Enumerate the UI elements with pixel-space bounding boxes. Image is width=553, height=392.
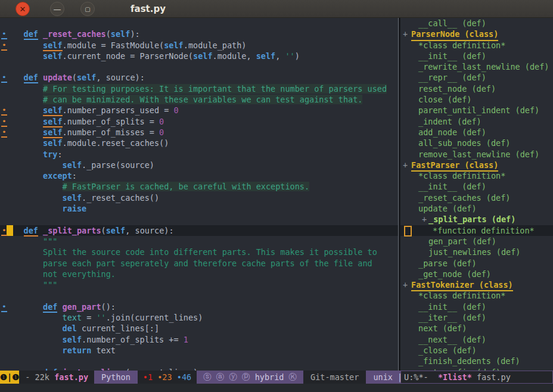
outline-def-item[interactable]: remove_last_newline (def): [400, 149, 553, 160]
token-tx: .number_parsers_used =: [63, 105, 174, 115]
code-text: self.number_of_splits = 0: [4, 116, 164, 127]
code-line[interactable]: [0, 290, 398, 301]
outline-def-item[interactable]: *function definition*: [400, 225, 553, 236]
outline-def-item[interactable]: _finish_dedents (def): [400, 356, 553, 366]
code-line[interactable]: • self.number_of_splits = 0: [0, 116, 398, 127]
code-line[interactable]: self._reset_caches(): [0, 192, 398, 203]
buffer-info[interactable]: - 22k fast.py: [19, 371, 94, 384]
outline-def-item[interactable]: __init__ (def): [400, 51, 553, 61]
code-line[interactable]: • def update(self, source):: [0, 72, 398, 83]
outline-def-item[interactable]: _parse (def): [400, 258, 553, 269]
code-line[interactable]: # FastParser is cached, be careful with …: [0, 181, 398, 192]
outline-def-item[interactable]: _close (def): [400, 345, 553, 356]
expand-icon[interactable]: +: [403, 279, 408, 290]
outline-def-item[interactable]: update (def): [400, 203, 553, 214]
outline-def-item[interactable]: reset_node (def): [400, 83, 553, 94]
token-str: '': [285, 51, 294, 61]
outline-def-item[interactable]: *class definition*: [400, 40, 553, 51]
outline-def-item[interactable]: close (def): [400, 94, 553, 105]
code-line[interactable]: • def gen_part():: [0, 301, 398, 312]
expand-icon[interactable]: +: [403, 29, 408, 39]
expand-icon[interactable]: +: [403, 160, 408, 170]
minimize-icon[interactable]: —: [50, 2, 64, 16]
code-text: self._reset_caches(): [4, 192, 159, 203]
code-text: self._parse(source): [4, 160, 154, 170]
outline-def-item[interactable]: next (def): [400, 323, 553, 334]
code-line[interactable]: try:: [0, 149, 398, 160]
minor-modes[interactable]: ⓢ ⓐ ⓨ ⓟ hybrid Ⓚ: [197, 371, 303, 384]
code-line[interactable]: Split the source code into different par…: [0, 247, 398, 257]
token-tx: .module,: [213, 51, 256, 61]
code-line[interactable]: • self.module = FastModule(self.module_p…: [0, 40, 398, 51]
outline-def-item[interactable]: __next__ (def): [400, 334, 553, 345]
expand-icon[interactable]: +: [422, 214, 427, 225]
code-line[interactable]: """: [0, 236, 398, 247]
outline-def-item[interactable]: __call__ (def): [400, 18, 553, 29]
close-icon[interactable]: ✕: [15, 2, 30, 16]
outline-def-item[interactable]: parent_until_indent (def): [400, 105, 553, 116]
outline-def-item[interactable]: all_sub_nodes (def): [400, 138, 553, 148]
outline-def-item[interactable]: *class definition*: [400, 290, 553, 301]
code-line[interactable]: [0, 214, 398, 225]
outline-def-item[interactable]: _reset_caches (def): [400, 192, 553, 203]
token-selfu: self: [43, 105, 63, 116]
outline-class-item[interactable]: +ParserNode (class): [400, 29, 553, 39]
outline-def-item[interactable]: just_newlines (def): [400, 247, 553, 257]
code-line[interactable]: self.current_node = ParserNode(self.modu…: [0, 51, 398, 61]
outline-class-item[interactable]: +FastParser (class): [400, 160, 553, 170]
outline-def-item[interactable]: add_node (def): [400, 127, 553, 138]
token-tx: [4, 346, 63, 355]
code-line[interactable]: """: [0, 279, 398, 290]
minibuffer[interactable]: [0, 384, 553, 392]
token-tx: [4, 41, 43, 50]
outline-class-item[interactable]: +FastTokenizer (class): [400, 279, 553, 290]
code-line[interactable]: • self.number_parsers_used = 0: [0, 105, 398, 116]
code-line[interactable]: • def _split_parts(self, source):: [0, 225, 398, 236]
token-defko: def: [24, 226, 38, 237]
outline-def-item[interactable]: gen_part (def): [400, 236, 553, 247]
code-line[interactable]: [0, 18, 398, 29]
flycheck-counts[interactable]: •1 •23 •46: [138, 371, 197, 384]
code-line[interactable]: • def just_newlines(current_lines):: [0, 367, 398, 371]
code-line[interactable]: not everything.: [0, 269, 398, 279]
code-line[interactable]: parse each part seperately and therefore…: [0, 258, 398, 269]
outline-def-item[interactable]: __init__ (def): [400, 301, 553, 312]
token-kw: self: [63, 193, 82, 203]
outline-def-item[interactable]: __repr__ (def): [400, 72, 553, 83]
code-line[interactable]: raise: [0, 203, 398, 214]
code-line[interactable]: # can be minimized. With these variables…: [0, 94, 398, 105]
outline-def-item[interactable]: __iter__ (def): [400, 312, 553, 323]
code-line[interactable]: del current_lines[:]: [0, 323, 398, 334]
code-line[interactable]: return text: [0, 345, 398, 356]
outline-selected-item[interactable]: +_split_parts (def): [400, 214, 553, 225]
token-tx: [4, 51, 43, 61]
code-line[interactable]: • def _reset_caches(self):: [0, 29, 398, 39]
outline-def-item[interactable]: _get_node (def): [400, 269, 553, 279]
code-line[interactable]: self.number_of_splits += 1: [0, 334, 398, 345]
token-selfu: self: [43, 41, 63, 51]
code-line[interactable]: [0, 61, 398, 72]
token-tx: , source):: [125, 226, 173, 235]
token-num: 1: [184, 335, 188, 344]
major-mode[interactable]: Python: [94, 371, 138, 384]
code-line[interactable]: except:: [0, 170, 398, 181]
code-line[interactable]: [0, 356, 398, 366]
code-line[interactable]: # For testing purposes: It is important …: [0, 83, 398, 94]
outline-def-item[interactable]: *class definition*: [400, 170, 553, 181]
code-line[interactable]: text = ''.join(current_lines): [0, 312, 398, 323]
token-tx: [57, 302, 62, 312]
code-line[interactable]: • self.number_of_misses = 0: [0, 127, 398, 138]
code-line[interactable]: self._parse(source): [0, 160, 398, 170]
code-line[interactable]: self.module.reset_caches(): [0, 138, 398, 148]
imenu-list-panel[interactable]: __call__ (def)+ParserNode (class)*class …: [400, 18, 553, 371]
outline-def-item[interactable]: _indent (def): [400, 116, 553, 127]
git-branch[interactable]: Git-master: [303, 371, 366, 384]
maximize-icon[interactable]: ▢: [80, 2, 95, 16]
outline-def-item[interactable]: _rewrite_last_newline (def): [400, 61, 553, 72]
outline-def-item[interactable]: __init__ (def): [400, 181, 553, 192]
outline-def-item[interactable]: _get_prefix (def): [400, 367, 553, 371]
code-buffer[interactable]: • def _reset_caches(self):• self.module …: [0, 18, 398, 371]
token-fn: gen_part: [63, 302, 101, 312]
outline-item-label: *class definition*: [418, 40, 505, 51]
token-tx: .module.reset_caches(): [63, 138, 169, 148]
